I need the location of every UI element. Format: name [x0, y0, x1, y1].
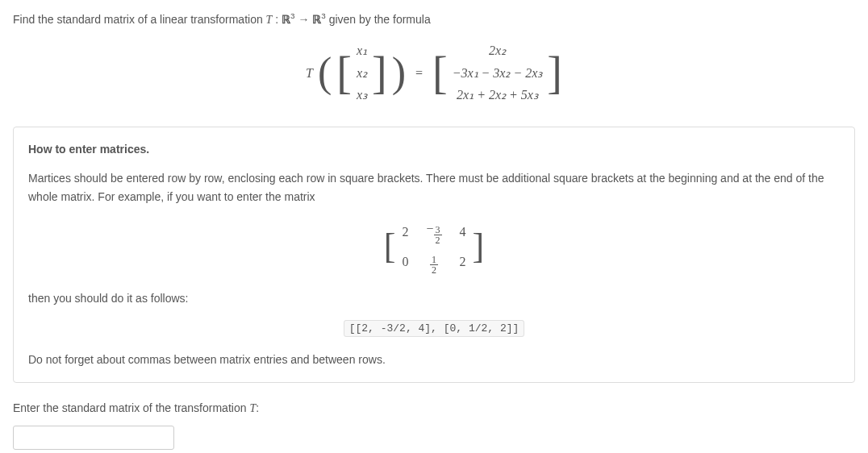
m01: −32: [426, 218, 441, 245]
iv-1: x₂: [357, 63, 367, 84]
instructions-p1: Martices should be entered row by row, e…: [28, 169, 840, 206]
iv-2: x₃: [357, 85, 367, 106]
answer-input[interactable]: [13, 426, 174, 450]
then-text: then you should do it as follows:: [28, 289, 840, 307]
question-prefix: Find the standard matrix of a linear tra…: [13, 13, 266, 26]
m02: 4: [460, 222, 466, 243]
arrow: →: [295, 13, 313, 26]
example-matrix: [ 2 −32 4 0 12 2 ]: [28, 217, 840, 276]
output-vector: [ 2x₂ −3x₁ − 3x₂ − 2x₃ 2x₁ + 2x₂ + 5x₃ ]: [432, 39, 562, 107]
code-text: [[2, -3/2, 4], [0, 1/2, 2]]: [344, 320, 525, 337]
formula-block: T ( [ x₁ x₂ x₃ ] ) = [ 2x₂ −3x₁ − 3x₂ − …: [13, 39, 855, 107]
instructions-box: How to enter matrices. Martices should b…: [13, 127, 855, 383]
iv-0: x₁: [357, 40, 367, 61]
m10: 0: [402, 251, 408, 272]
sym-R-domain: ℝ: [282, 14, 290, 26]
ov-0: 2x₂: [453, 40, 543, 61]
input-vector: [ x₁ x₂ x₃ ]: [336, 39, 386, 107]
answer-prompt: Enter the standard matrix of the transfo…: [13, 399, 855, 418]
m00: 2: [402, 222, 408, 243]
instructions-heading: How to enter matrices.: [28, 140, 840, 158]
question-text: Find the standard matrix of a linear tra…: [13, 10, 855, 29]
question-suffix: given by the formula: [326, 13, 431, 26]
m11: 12: [426, 248, 441, 275]
sym-R-codomain: ℝ: [312, 14, 321, 26]
prompt-suffix: :: [256, 401, 259, 414]
prompt-T: T: [249, 402, 256, 414]
paren-close: ): [392, 52, 406, 94]
paren-open: (: [318, 52, 332, 94]
formula-T: T: [306, 63, 313, 84]
prompt-prefix: Enter the standard matrix of the transfo…: [13, 401, 249, 414]
code-example: [[2, -3/2, 4], [0, 1/2, 2]]: [28, 318, 840, 338]
ov-1: −3x₁ − 3x₂ − 2x₃: [453, 63, 543, 84]
eq-sign: =: [415, 63, 423, 84]
instructions-p2: Do not forget about commas between matri…: [28, 351, 840, 368]
colon: :: [272, 13, 282, 26]
m12: 2: [460, 251, 466, 272]
ov-2: 2x₁ + 2x₂ + 5x₃: [453, 85, 543, 106]
